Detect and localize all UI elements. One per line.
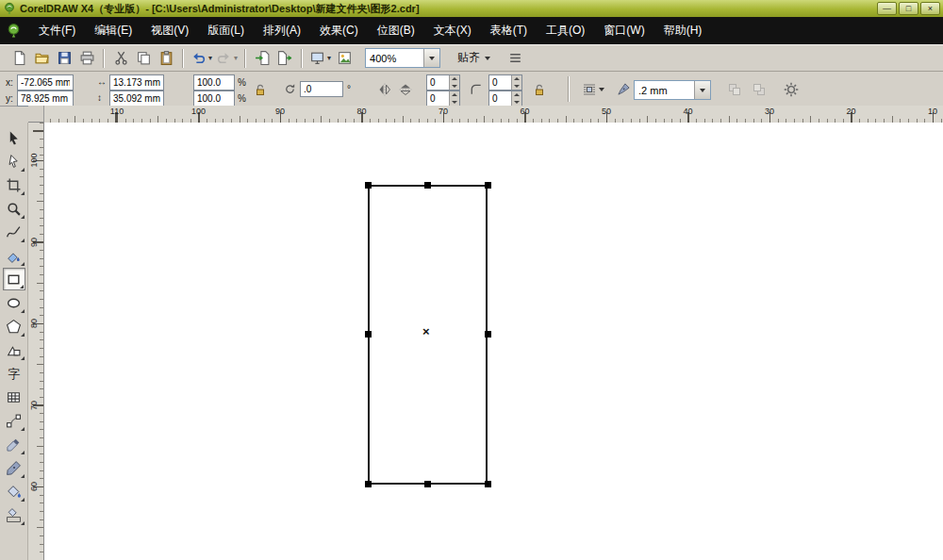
outline-width-input[interactable] [635,81,694,99]
spinner[interactable] [511,91,521,106]
corner-radius-bottom-right-input[interactable] [489,91,511,106]
options-button[interactable] [504,47,526,70]
selection-handle[interactable] [424,481,431,487]
to-back-button[interactable] [749,79,769,100]
copy-button[interactable] [132,47,155,70]
zoom-tool[interactable] [3,197,25,220]
menu-arrange[interactable]: 排列(A) [254,18,310,43]
menu-edit[interactable]: 编辑(E) [85,18,141,43]
object-height-input[interactable] [110,91,163,106]
rotation-angle-input[interactable] [301,82,342,96]
y-position-label: y: [6,93,13,104]
rectangle-icon [8,275,19,284]
zoom-dropdown-button[interactable] [423,49,439,67]
redo-button[interactable] [214,47,240,70]
cut-button[interactable] [109,47,132,70]
toolbar-separator [301,49,303,68]
chevron-down-icon [700,89,705,92]
menu-view[interactable]: 视图(V) [141,18,198,43]
window-controls: — □ × [877,2,940,15]
outline-width-dropdown-button[interactable] [694,81,710,99]
to-front-button[interactable] [724,79,745,100]
outline-pen-tool[interactable] [3,456,25,479]
scale-horizontal-input[interactable] [194,75,234,90]
pick-tool[interactable] [3,126,25,149]
spinner[interactable] [449,75,459,90]
y-position-input[interactable] [18,91,73,106]
menu-tools[interactable]: 工具(O) [537,18,594,43]
table-tool[interactable] [3,386,25,408]
selection-handle[interactable] [424,182,431,189]
menu-layout[interactable]: 版面(L) [198,18,254,43]
spinner[interactable] [511,75,521,90]
selection-handle[interactable] [365,182,372,189]
shape-tool[interactable] [3,150,25,173]
basic-shapes-tool[interactable] [3,338,25,361]
text-tool[interactable] [3,362,25,385]
menu-file[interactable]: 文件(F) [29,18,85,43]
application-launcher-button[interactable] [307,47,333,70]
selection-handle[interactable] [485,182,491,189]
menu-table[interactable]: 表格(T) [481,18,537,43]
snap-to-button[interactable]: 贴齐 [450,47,498,69]
corner-radius-top-right-input[interactable] [489,75,511,90]
menu-effects[interactable]: 效果(C) [310,18,368,43]
crop-tool[interactable] [3,173,25,196]
mirror-vertical-button[interactable] [396,80,414,98]
polygon-tool[interactable] [3,315,25,338]
corner-radius-bottom-left-input[interactable] [427,91,449,106]
selection-handle[interactable] [365,481,372,487]
spinner[interactable] [449,91,459,106]
drawing-canvas[interactable] [44,123,943,560]
welcome-screen-button[interactable] [333,47,356,70]
rotation-angle-field [300,81,343,97]
undo-button[interactable] [189,47,214,70]
rectangle-tool[interactable] [3,268,25,290]
eyedropper-icon [8,438,19,450]
toolbar-buttons [8,47,356,70]
menu-window[interactable]: 窗口(W) [594,18,653,43]
menu-help[interactable]: 帮助(H) [654,18,712,43]
redo-arrow-icon [219,53,229,62]
snap-to-label: 贴齐 [457,50,480,66]
minimize-button[interactable]: — [877,2,897,15]
selection-handle[interactable] [365,331,372,338]
freehand-tool[interactable] [3,221,25,243]
menu-bitmaps[interactable]: 位图(B) [368,18,424,43]
blend-tool[interactable] [3,409,25,432]
print-button[interactable] [75,47,98,70]
new-button[interactable] [8,47,30,70]
zoom-level-input[interactable] [366,49,423,67]
menu-text[interactable]: 文本(X) [424,18,481,43]
selection-handle[interactable] [485,481,491,487]
vertical-ruler[interactable]: 10090807060 [28,123,44,560]
ruler-origin[interactable] [28,106,44,123]
corner-radius-top-left-input[interactable] [427,75,449,90]
import-button[interactable] [251,47,273,70]
x-position-input[interactable] [18,75,73,90]
smart-fill-tool[interactable] [3,244,25,267]
maximize-button[interactable]: □ [899,2,918,15]
close-button[interactable]: × [920,2,940,15]
horizontal-ruler[interactable]: 110100908070605040302010 [44,106,943,124]
round-corners-together-lock-button[interactable] [530,79,549,100]
nonproportional-scaling-lock-button[interactable] [251,78,270,101]
export-button[interactable] [273,47,296,70]
ellipse-tool[interactable] [3,291,25,314]
ruler-label: 20 [846,107,855,116]
x-position-label: x: [6,77,13,88]
eyedropper-tool[interactable] [3,433,25,455]
wrap-paragraph-text-button[interactable] [579,79,607,100]
selection-handle[interactable] [485,331,491,338]
object-width-input[interactable] [110,75,163,90]
smart-fill-icon [8,253,20,262]
save-button[interactable] [53,47,75,70]
paste-button[interactable] [155,47,177,70]
interactive-fill-tool[interactable] [3,503,25,526]
percent-sign: % [238,77,246,88]
open-button[interactable] [30,47,53,70]
fill-tool[interactable] [3,480,25,502]
convert-to-curves-button[interactable] [779,77,803,102]
mirror-horizontal-button[interactable] [375,80,393,98]
scale-vertical-input[interactable] [194,91,234,106]
